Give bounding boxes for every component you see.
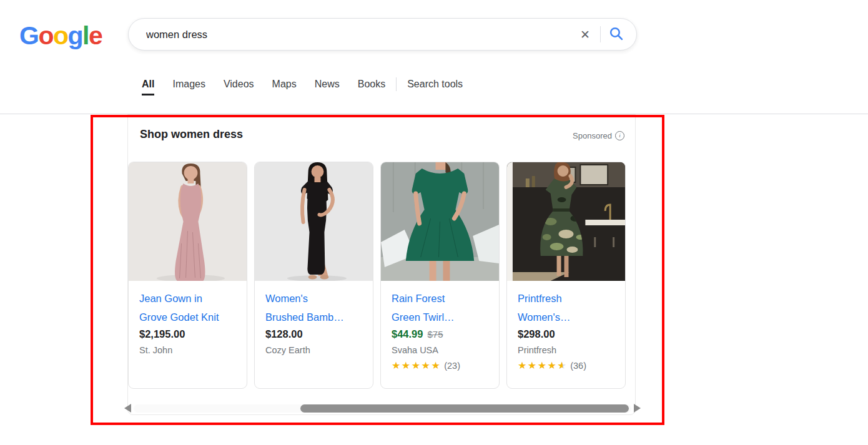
search-input[interactable]: [145, 28, 575, 41]
tab-books[interactable]: Books: [358, 79, 385, 90]
search-icon: [608, 26, 624, 44]
tab-maps[interactable]: Maps: [272, 79, 297, 90]
product-card: Printfresh Women's… $298.00 Printfresh ★…: [506, 162, 626, 389]
product-title-link[interactable]: Jean Gown in Grove Godet Knit: [139, 289, 236, 326]
tab-news[interactable]: News: [315, 79, 340, 90]
product-price: $128.00: [265, 328, 303, 340]
price-row: $44.99$75: [392, 328, 488, 340]
product-original-price: $75: [427, 329, 443, 340]
product-sale-price: $44.99: [392, 328, 423, 340]
logo-letter: G: [19, 21, 38, 50]
scroll-left-arrow-icon[interactable]: [124, 404, 131, 413]
star-rating-icons: ★★★★★: [392, 359, 441, 371]
price-row: $298.00: [518, 328, 614, 340]
product-price: $2,195.00: [139, 328, 185, 340]
search-tools-button[interactable]: Search tools: [407, 79, 463, 90]
product-card: Rain Forest Green Twirl… $44.99$75 Svaha…: [380, 162, 500, 389]
info-icon[interactable]: i: [615, 131, 624, 140]
scroll-right-arrow-icon[interactable]: [634, 404, 641, 413]
product-rating: ★★★★★ (23): [392, 359, 488, 371]
tabs-divider: [396, 77, 397, 91]
product-image-black-dress[interactable]: [255, 162, 373, 281]
scrollbar-track[interactable]: [134, 404, 631, 413]
product-price: $298.00: [518, 328, 555, 340]
product-rating: ★★★★★★ (36): [518, 359, 614, 371]
product-title-link[interactable]: Women's Brushed Bamb…: [265, 289, 362, 326]
result-tabs: All Images Videos Maps News Books Search…: [142, 77, 481, 91]
google-logo[interactable]: Google: [19, 19, 102, 52]
merchant-name: Printfresh: [518, 345, 614, 355]
rating-count: (36): [570, 361, 586, 371]
merchant-name: Svaha USA: [392, 345, 488, 355]
shopping-module-title: Shop women dress: [140, 128, 243, 141]
search-bar[interactable]: ✕: [128, 18, 637, 51]
carousel-scrollbar: [124, 404, 641, 413]
product-card: Jean Gown in Grove Godet Knit $2,195.00 …: [128, 162, 247, 389]
product-title-link[interactable]: Rain Forest Green Twirl…: [392, 289, 488, 326]
shopping-ads-module: Shop women dress Sponsored i: [127, 114, 636, 415]
product-title-link[interactable]: Printfresh Women's…: [518, 289, 614, 326]
merchant-name: St. John: [139, 345, 236, 355]
price-row: $128.00: [265, 328, 362, 340]
logo-letter: l: [82, 21, 89, 50]
tab-images[interactable]: Images: [172, 79, 205, 90]
product-carousel: Jean Gown in Grove Godet Knit $2,195.00 …: [128, 162, 626, 389]
sponsored-label: Sponsored: [573, 131, 612, 140]
logo-letter: o: [38, 21, 53, 50]
clear-search-button[interactable]: ✕: [575, 26, 595, 43]
price-row: $2,195.00: [139, 328, 236, 340]
star-rating-icons: ★★★★★★: [518, 359, 567, 371]
product-image-camo-dress[interactable]: [507, 162, 625, 281]
logo-letter: e: [89, 21, 102, 50]
rating-count: (23): [444, 361, 460, 371]
product-image-pink-gown[interactable]: [129, 162, 247, 281]
logo-letter: o: [53, 21, 68, 50]
product-card: Women's Brushed Bamb… $128.00 Cozy Earth: [254, 162, 373, 389]
sponsored-label-row: Sponsored i: [573, 131, 624, 140]
product-image-green-dress[interactable]: [381, 162, 499, 281]
search-button[interactable]: [608, 26, 624, 44]
scrollbar-thumb[interactable]: [300, 404, 629, 413]
logo-letter: g: [68, 21, 83, 50]
tab-all[interactable]: All: [142, 79, 154, 90]
tab-videos[interactable]: Videos: [224, 79, 254, 90]
searchbar-divider: [600, 26, 601, 42]
merchant-name: Cozy Earth: [265, 345, 362, 355]
